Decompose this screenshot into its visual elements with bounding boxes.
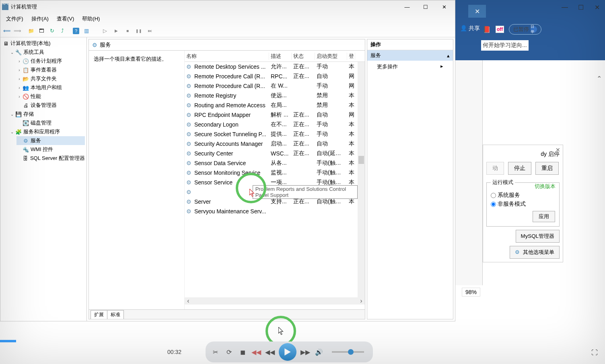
phpstudy-other-button[interactable]: 动 [486, 162, 504, 175]
tree-local-users[interactable]: ›👥本地用户和组 [16, 83, 85, 92]
youdao-pause-button[interactable]: 已暂停 日华 [509, 24, 541, 35]
radio-system-service[interactable]: 系统服务 [491, 192, 555, 199]
service-row[interactable]: Remote Registry使远...禁用本 [185, 91, 365, 100]
tree-shared-folders[interactable]: ›📂共享文件夹 [16, 74, 85, 83]
pane-toggle-button[interactable]: ▥ [82, 26, 91, 36]
service-row[interactable]: Secure Socket Tunneling P...提供...正在...手动… [185, 129, 365, 139]
actions-more[interactable]: 更多操作 ▸ [367, 61, 453, 73]
service-row[interactable]: Security Accounts Manager启动...正在...自动本 [185, 139, 365, 149]
service-row[interactable]: Routing and Remote Access在局...禁用本 [185, 100, 365, 110]
service-pause-button[interactable] [134, 26, 144, 36]
tree-performance[interactable]: ›🚫性能 [16, 92, 85, 101]
tree-system-tools[interactable]: ⌄ 🔧 系统工具 [9, 48, 85, 57]
tree-disk-mgmt[interactable]: 💽磁盘管理 [16, 119, 85, 127]
tree-root[interactable]: 🖥 计算机管理(本地) [2, 39, 85, 48]
service-row[interactable]: Sensor Data Service从各...手动(触发...本 [185, 158, 365, 168]
bg-maximize-button[interactable]: ☐ [573, 0, 589, 14]
menu-action[interactable]: 操作(A) [27, 14, 53, 24]
service-start-button[interactable] [100, 26, 110, 36]
services-list[interactable]: 名称 描述 状态 启动类型 登 Remote Desktop Services … [185, 51, 365, 309]
menu-view[interactable]: 查看(V) [53, 14, 78, 24]
export-button[interactable] [58, 26, 67, 36]
column-name[interactable]: 名称 [185, 53, 269, 60]
service-restart-button[interactable] [145, 26, 155, 36]
nav-back-button[interactable] [2, 26, 12, 36]
minimize-button[interactable]: — [398, 1, 416, 13]
tree-wmi[interactable]: 🔩WMI 控件 [16, 145, 85, 154]
nav-forward-button[interactable] [12, 26, 22, 36]
horizontal-scrollbar[interactable]: ‹ › [185, 297, 365, 305]
stop-button[interactable]: ◼ [238, 347, 247, 357]
scroll-right-icon[interactable]: › [358, 297, 365, 305]
tree-event-viewer[interactable]: ›📋事件查看器 [16, 65, 85, 74]
up-button[interactable] [26, 26, 36, 36]
tab-standard[interactable]: 标准 [107, 310, 124, 319]
video-time: 00:32 [167, 349, 181, 355]
radio-non-service[interactable]: 非服务模式 [491, 200, 555, 208]
refresh-button[interactable] [47, 26, 57, 36]
fullscreen-button[interactable]: ⛶ [590, 348, 599, 358]
service-row[interactable]: Server支持...正在...自动(触发...本 [185, 197, 365, 207]
word-share-button[interactable]: 👤 共享 [457, 22, 483, 35]
bg-minimize-button[interactable]: — [557, 0, 573, 14]
word-close-button[interactable]: ✕ [468, 5, 486, 18]
menu-help[interactable]: 帮助(H) [78, 14, 104, 24]
off-icon[interactable]: off [496, 26, 504, 33]
tree-storage[interactable]: ⌄ 💾 存储 [9, 110, 85, 119]
column-logon[interactable]: 登 [347, 53, 355, 60]
snapshot-button[interactable]: ✂ [210, 347, 220, 357]
loop-button[interactable]: ⟳ [224, 347, 234, 357]
rewind-button[interactable]: ◀◀ [265, 347, 275, 357]
service-row[interactable]: Remote Procedure Call (R...在 W...手动网 [185, 81, 365, 91]
dict-icon[interactable]: 📕 [483, 26, 491, 33]
close-button[interactable]: ✕ [435, 1, 453, 13]
service-row[interactable]: Servyou Maintenance Serv... [185, 207, 365, 216]
service-row[interactable]: Problem Reports and Solutions Control Pa… [185, 187, 365, 197]
tree-task-scheduler[interactable]: ›🕒任务计划程序 [16, 57, 85, 65]
column-startup[interactable]: 启动类型 [315, 53, 347, 60]
collapse-icon[interactable]: ⌄ [9, 112, 15, 117]
actions-section-services[interactable]: 服务 ▴ [367, 50, 453, 61]
phpstudy-apply-button[interactable]: 应用 [533, 211, 555, 222]
collapse-icon[interactable]: ⌄ [9, 130, 15, 134]
service-row[interactable]: Secondary Logon在不...正在...手动本 [185, 120, 365, 129]
scroll-left-icon[interactable]: ‹ [185, 297, 192, 305]
phpstudy-switch-version[interactable]: 切换版本 [533, 183, 557, 190]
video-progress-bar[interactable] [0, 340, 16, 342]
prev-button[interactable]: ◀◀ [251, 347, 261, 357]
phpstudy-close-button[interactable]: ✕ [556, 147, 560, 153]
services-list-header[interactable]: 名称 描述 状态 启动类型 登 [185, 51, 365, 62]
bg-close-button[interactable]: ✕ [589, 0, 605, 14]
tree-services[interactable]: 服务 [16, 136, 85, 145]
column-status[interactable]: 状态 [292, 53, 315, 60]
menu-file[interactable]: 文件(F) [2, 14, 27, 24]
forward-button[interactable]: ▶▶ [300, 347, 310, 357]
chevron-up-icon[interactable]: ⌃ [597, 75, 602, 82]
collapse-icon[interactable]: ⌄ [9, 50, 15, 55]
phpstudy-mysql-button[interactable]: MySQL管理器 [516, 230, 560, 243]
tree-sql-mgr[interactable]: 🗄SQL Server 配置管理器 [16, 154, 85, 163]
navigation-tree[interactable]: 🖥 计算机管理(本地) ⌄ 🔧 系统工具 ›🕒任务计划程序 ›📋事件查看器 ›📂… [0, 37, 87, 321]
collapse-icon[interactable]: ▴ [447, 53, 450, 59]
play-button[interactable] [279, 343, 296, 361]
tree-services-apps[interactable]: ⌄ 🧩 服务和应用程序 [9, 127, 85, 136]
properties-button[interactable] [37, 26, 46, 36]
phpstudy-restart-button[interactable]: 重启 [535, 162, 559, 175]
service-row[interactable]: Remote Desktop Services ...允许...正在...手动本 [185, 62, 365, 72]
column-desc[interactable]: 描述 [269, 53, 292, 60]
service-start2-button[interactable] [111, 26, 121, 36]
phpstudy-other-menu-button[interactable]: 其他选项菜单 [510, 246, 560, 259]
tree-device-manager[interactable]: 🖨设备管理器 [16, 101, 85, 110]
vertical-scrollbar[interactable] [358, 62, 365, 297]
service-row[interactable]: RPC Endpoint Mapper解析 ...正在...自动网 [185, 110, 365, 120]
service-row[interactable]: Sensor Monitoring Service监视...手动(触发...本 [185, 168, 365, 178]
service-stop-button[interactable] [123, 26, 132, 36]
phpstudy-stop-button[interactable]: 停止 [508, 162, 531, 175]
volume-button[interactable]: 🔊 [314, 347, 324, 357]
maximize-button[interactable]: ☐ [416, 1, 435, 13]
help-button[interactable] [71, 26, 81, 36]
volume-slider[interactable] [332, 351, 364, 353]
service-row[interactable]: Security CenterWSC...正在...自动(延迟...本 [185, 149, 365, 158]
tab-extended[interactable]: 扩展 [91, 310, 107, 319]
service-row[interactable]: Remote Procedure Call (R...RPC...正在...自动… [185, 72, 365, 81]
